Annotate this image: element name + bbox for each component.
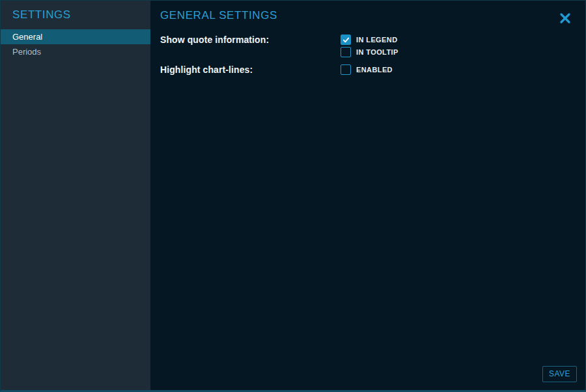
checkbox-in-tooltip[interactable]: IN TOOLTIP [341,47,398,57]
checkbox-checked-icon [341,35,351,45]
checkbox-in-legend[interactable]: IN LEGEND [341,35,398,45]
sidebar-nav: General Periods [1,29,150,59]
close-button[interactable] [557,10,573,26]
option-label: IN TOOLTIP [356,47,398,57]
sidebar-item-general[interactable]: General [1,29,150,44]
sidebar: SETTINGS General Periods [1,1,150,390]
option-label: ENABLED [356,64,393,75]
close-icon [559,12,572,25]
sidebar-item-periods[interactable]: Periods [1,44,150,59]
setting-label-quote-info: Show quote information: [160,35,341,45]
checkbox-unchecked-icon [341,64,351,75]
option-label: IN LEGEND [356,35,398,45]
settings-dialog: SETTINGS General Periods GENERAL SETTING… [0,0,586,392]
highlight-options: ENABLED [341,64,393,75]
sidebar-title: SETTINGS [1,1,150,21]
save-button[interactable]: SAVE [542,366,577,382]
main-panel: GENERAL SETTINGS Show quote information: [150,1,585,390]
settings-row-quote-info: Show quote information: IN LEGEND IN TOO… [160,35,585,57]
quote-info-options: IN LEGEND IN TOOLTIP [341,35,398,57]
checkbox-enabled[interactable]: ENABLED [341,64,393,75]
checkbox-unchecked-icon [341,47,351,57]
page-title: GENERAL SETTINGS [160,9,585,22]
settings-row-highlight-chart-lines: Highlight chart-lines: ENABLED [160,64,585,75]
setting-label-highlight: Highlight chart-lines: [160,64,341,75]
settings-form: Show quote information: IN LEGEND IN TOO… [160,35,585,75]
